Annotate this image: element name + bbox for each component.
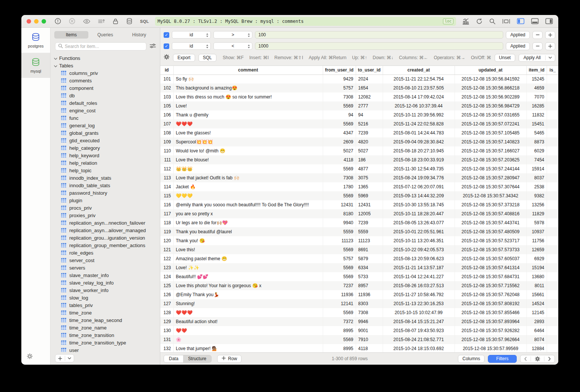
cell-item_id[interactable]: 9382 <box>526 191 547 200</box>
cell-to_user_id[interactable]: 5969 <box>356 191 383 200</box>
cell-from_user_id[interactable]: 94 <box>323 110 356 119</box>
toggle-right-panel-icon[interactable] <box>545 18 553 24</box>
sql-button[interactable]: SQL <box>198 54 216 62</box>
sidebar-item-table[interactable]: time_zone_leap_second <box>51 316 160 324</box>
cell-is_[interactable] <box>547 272 558 281</box>
table-row[interactable]: 115💛💛💛556959692015-09-13 14:44:32.209201… <box>160 191 558 200</box>
column-header-to_user_id[interactable]: to_user_id <box>356 66 383 75</box>
cell-comment[interactable]: Love the blouse! <box>173 155 323 164</box>
table-row[interactable]: 112👑👑👑556948772015-11-30 12:54:49.735201… <box>160 164 558 173</box>
cell-created_at[interactable]: 2015-08-10 21:23:57.505 <box>383 83 455 92</box>
cell-item_id[interactable]: 8011 <box>526 281 547 290</box>
cell-is_[interactable] <box>547 182 558 191</box>
column-header-is_[interactable]: is_ <box>547 66 558 75</box>
cell-updated_at[interactable]: 2015-12-08 15:30:57.140823 <box>455 137 526 146</box>
cell-to_user_id[interactable]: 11123 <box>356 236 383 245</box>
cell-is_[interactable] <box>547 119 558 128</box>
cell-is_[interactable] <box>547 128 558 137</box>
columns-button[interactable]: Columns <box>458 355 485 363</box>
cell-to_user_id[interactable]: 5559 <box>356 227 383 236</box>
connections-settings-gear-icon[interactable] <box>27 354 33 361</box>
cell-created_at[interactable]: 2015-08-18 20:27:10.945 <box>383 146 455 155</box>
cell-item_id[interactable]: 6464 <box>526 326 547 335</box>
cell-item_id[interactable]: 8037 <box>526 173 547 182</box>
table-row[interactable]: 129Beautiful action shot!737299462015-08… <box>160 317 558 326</box>
cell-id[interactable]: 101 <box>160 75 173 83</box>
cell-id[interactable]: 126 <box>160 290 173 299</box>
cell-created_at[interactable]: 2015-08-13 20:59:06.623 <box>383 254 455 263</box>
cell-item_id[interactable]: 11756 <box>526 236 547 245</box>
cell-id[interactable]: 113 <box>160 173 173 182</box>
tab-queries[interactable]: Queries <box>88 31 122 39</box>
cell-comment[interactable]: 🌸 <box>173 335 323 344</box>
cell-updated_at[interactable]: 2015-12-08 15:30:57.280947 <box>455 173 526 182</box>
cell-updated_at[interactable]: 2015-12-08 15:30:57.072241 <box>455 119 526 128</box>
table-row[interactable]: 113Love that jacket! Outfit is fab 🙌🏻730… <box>160 173 558 182</box>
cell-from_user_id[interactable]: 5757 <box>323 83 356 92</box>
cell-to_user_id[interactable]: 1654 <box>356 83 383 92</box>
cell-updated_at[interactable]: 2015-12-08 15:30:57.855466 <box>455 308 526 317</box>
table-row[interactable]: 101So fly 🙌🏻942920242015-11-21 22:12:54.… <box>160 75 558 83</box>
cell-updated_at[interactable]: 2015-12-08 15:30:57.523717 <box>455 236 526 245</box>
cell-comment[interactable]: Ur legs are to die for🙌🏼💖 <box>173 218 323 227</box>
cell-comment[interactable]: ❤️❤️ <box>173 326 323 335</box>
add-row-button[interactable]: Row <box>217 355 242 363</box>
cell-id[interactable]: 118 <box>160 218 173 227</box>
cell-is_[interactable] <box>547 92 558 101</box>
cell-updated_at[interactable]: 2015-12-08 15:30:56.841592 <box>455 75 526 83</box>
database-icon[interactable] <box>126 18 133 25</box>
table-row[interactable]: 105Love!556927772015-12-06 10:37:39.4420… <box>160 101 558 110</box>
unset-button[interactable]: Unset <box>495 54 515 62</box>
add-item-button[interactable] <box>55 355 65 362</box>
cell-created_at[interactable]: 2015-08-07 19:43:50.923 <box>383 326 455 335</box>
connection-postgres[interactable]: postgres <box>21 28 50 53</box>
cell-comment[interactable]: @emily thank you soooo much beautiful!!!… <box>173 200 323 209</box>
sidebar-item-table[interactable]: help_keyword <box>51 152 160 159</box>
column-header-id[interactable]: id <box>160 66 173 75</box>
cell-is_[interactable] <box>547 218 558 227</box>
cell-to_user_id[interactable]: 7239 <box>356 128 383 137</box>
cell-id[interactable]: 116 <box>160 200 173 209</box>
cell-comment[interactable]: ❤️❤️❤️ <box>173 119 323 128</box>
cell-to_user_id[interactable]: 5216 <box>356 119 383 128</box>
sidebar-item-table[interactable]: component <box>51 84 160 92</box>
cell-is_[interactable] <box>547 227 558 236</box>
cell-id[interactable]: 105 <box>160 101 173 110</box>
connect-icon[interactable] <box>54 18 61 25</box>
cell-created_at[interactable]: 2015-11-04 12:24:41.227 <box>383 272 455 281</box>
filter-value-input[interactable]: 1000 <box>255 42 503 50</box>
cell-is_[interactable] <box>547 209 558 218</box>
cell-id[interactable]: 102 <box>160 83 173 92</box>
cell-to_user_id[interactable]: 186 <box>356 155 383 164</box>
cell-id[interactable]: 125 <box>160 281 173 290</box>
cell-to_user_id[interactable]: 9001 <box>356 326 383 335</box>
table-row[interactable]: 132Love that jumper! 💁🏽899541182015-10-2… <box>160 344 558 352</box>
cell-comment[interactable]: Love that jumper! 💁🏽 <box>173 344 323 352</box>
cell-comment[interactable]: Love this photo! Your hair is gorgeous 😘… <box>173 281 323 290</box>
prev-page-button[interactable] <box>520 355 531 362</box>
cell-id[interactable]: 124 <box>160 272 173 281</box>
table-row[interactable]: 121Love this!556986912015-10-22 09:42:05… <box>160 245 558 254</box>
cell-to_user_id[interactable]: 7308 <box>356 308 383 317</box>
sidebar-item-table[interactable]: default_roles <box>51 99 160 107</box>
column-header-from_user_id[interactable]: from_user_id <box>323 66 356 75</box>
cell-is_[interactable] <box>547 83 558 92</box>
cell-item_id[interactable]: 11829 <box>526 209 547 218</box>
cell-created_at[interactable]: 2015-11-24 22:02:58.828 <box>383 119 455 128</box>
cell-created_at[interactable]: 2015-11-21 14:13:57.187 <box>383 263 455 272</box>
table-row[interactable]: 125Love this photo! Your hair is gorgeou… <box>160 281 558 290</box>
table-row[interactable]: 111Love the blouse!41181862015-08-18 23:… <box>160 155 558 164</box>
table-row[interactable]: 107❤️❤️❤️556952162015-11-24 22:02:58.828… <box>160 119 558 128</box>
add-filter-button[interactable] <box>545 42 555 50</box>
cell-item_id[interactable]: 12145 <box>526 308 547 317</box>
cell-is_[interactable] <box>547 317 558 326</box>
cell-updated_at[interactable]: 2015-12-08 15:30:57.166027 <box>455 146 526 155</box>
cell-from_user_id[interactable]: 1780 <box>323 182 356 191</box>
cell-updated_at[interactable]: 2015-12-08 15:30:57.307644 <box>455 182 526 191</box>
cell-updated_at[interactable]: 2015-12-08 15:30:57.408816 <box>455 209 526 218</box>
cell-comment[interactable]: 👑👑👑 <box>173 164 323 173</box>
column-header-item_id[interactable]: item_id <box>526 66 547 75</box>
cell-item_id[interactable]: 2538 <box>526 182 547 191</box>
cell-from_user_id[interactable]: 7308 <box>323 92 356 101</box>
cell-id[interactable]: 120 <box>160 236 173 245</box>
